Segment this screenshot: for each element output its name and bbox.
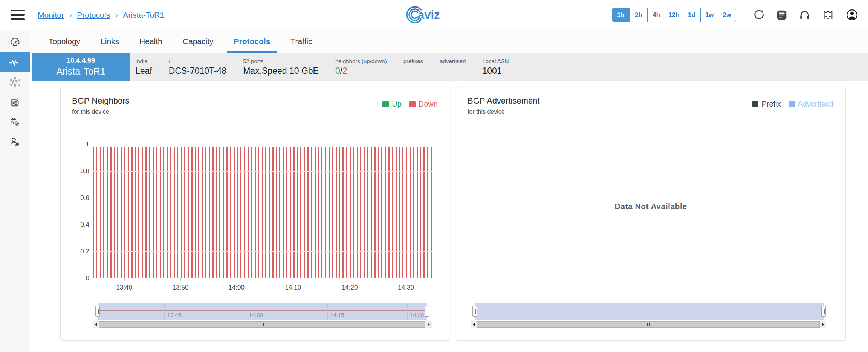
- navigator-handle-right[interactable]: [821, 306, 826, 317]
- legend-item-up[interactable]: Up: [382, 100, 402, 108]
- down-bar: [216, 147, 217, 278]
- legend-item-prefix[interactable]: Prefix: [752, 100, 781, 108]
- time-range-1d[interactable]: 1d: [683, 8, 701, 22]
- sidebar-item-templates[interactable]: [0, 92, 30, 112]
- navigator-gridline: [407, 303, 408, 320]
- down-bar: [293, 147, 295, 278]
- navigator-handle-left[interactable]: [95, 306, 100, 317]
- field-value: DCS-7010T-48: [169, 66, 226, 76]
- document-gear-icon: [9, 96, 21, 109]
- time-range-2h[interactable]: 2h: [630, 8, 648, 22]
- x-tick-mark: [406, 278, 406, 281]
- down-bar: [431, 147, 432, 278]
- time-range-1h[interactable]: 1h: [612, 8, 630, 22]
- sidebar-item-settings[interactable]: [0, 112, 30, 132]
- down-bar: [209, 147, 210, 278]
- down-bar: [364, 147, 365, 278]
- legend-item-advertised[interactable]: Advertised: [789, 100, 834, 108]
- down-bar: [399, 147, 400, 278]
- down-bar: [265, 147, 266, 278]
- navigator-time-label: 14:00: [249, 312, 263, 318]
- tab-traffic[interactable]: Traffic: [280, 30, 322, 53]
- down-bar: [342, 147, 344, 278]
- time-range-4h[interactable]: 4h: [647, 8, 665, 22]
- hamburger-menu-button[interactable]: [11, 10, 25, 20]
- panel-subtitle: for this device: [468, 108, 505, 115]
- down-bar: [300, 147, 301, 278]
- time-range-12h[interactable]: 12h: [665, 8, 683, 22]
- down-bar: [318, 147, 319, 278]
- left-arrow-icon: [95, 323, 97, 326]
- down-bar: [184, 147, 185, 278]
- sidebar-item-admin[interactable]: [0, 132, 30, 152]
- device-tile[interactable]: 10.4.4.99 Arista-ToR1: [32, 53, 130, 81]
- tab-capacity[interactable]: Capacity: [173, 30, 224, 53]
- release-notes-button[interactable]: [775, 9, 788, 21]
- down-bar: [420, 147, 421, 278]
- tab-topology[interactable]: Topology: [38, 30, 90, 53]
- down-bar: [311, 147, 312, 278]
- sidebar-item-dashboard[interactable]: [0, 32, 30, 52]
- scrollbar-thumb[interactable]: [477, 321, 820, 328]
- tab-links[interactable]: Links: [90, 30, 129, 53]
- panel-title: BGP Neighbors: [72, 96, 129, 106]
- gridline: [93, 225, 432, 225]
- down-bar: [212, 147, 214, 278]
- neighbors-down-value: 2: [342, 66, 347, 76]
- down-bar: [153, 147, 154, 278]
- x-tick-mark: [350, 278, 350, 281]
- down-bar: [392, 147, 393, 278]
- time-range-1w[interactable]: 1w: [700, 8, 718, 22]
- scrollbar-left-arrow[interactable]: [93, 321, 99, 328]
- device-info-bar: 10.4.4.99 Arista-ToR1 IndiaLeaf/DCS-7010…: [32, 53, 868, 81]
- topbar: Monitor›Protocols›Arista-ToR1 aviz 1h2h4…: [0, 0, 868, 30]
- breadcrumb-separator: ›: [69, 11, 72, 19]
- time-range-group: 1h2h4h12h1d1w2w: [612, 8, 736, 22]
- down-bar: [290, 147, 291, 278]
- down-bar: [255, 147, 256, 278]
- tab-protocols[interactable]: Protocols: [224, 30, 281, 53]
- down-bar: [163, 147, 164, 278]
- chart-scrollbar[interactable]: [471, 321, 826, 328]
- y-tick-label: 0.4: [80, 221, 89, 229]
- breadcrumb-item-monitor[interactable]: Monitor: [38, 11, 64, 20]
- field-label: Local ASN: [482, 58, 509, 64]
- scrollbar-thumb[interactable]: [99, 321, 425, 328]
- chart-navigator[interactable]: 13:4514:0014:1514:30: [98, 303, 427, 320]
- left-arrow-icon: [473, 323, 475, 326]
- chart-scrollbar[interactable]: [93, 321, 432, 328]
- documentation-button[interactable]: [821, 9, 835, 21]
- down-bar: [262, 147, 263, 278]
- down-bar: [149, 147, 150, 278]
- refresh-button[interactable]: [752, 9, 765, 21]
- down-bar: [237, 147, 238, 278]
- down-bar: [304, 147, 305, 278]
- down-bar: [367, 147, 368, 278]
- down-bar: [142, 147, 143, 278]
- scrollbar-left-arrow[interactable]: [471, 321, 477, 328]
- legend-label: Down: [419, 100, 438, 108]
- x-tick-label: 14:00: [228, 284, 245, 291]
- legend-item-down[interactable]: Down: [409, 100, 438, 108]
- device-field-neighbors: neighbors (up/down)0/2: [335, 58, 387, 76]
- breadcrumb-item-protocols[interactable]: Protocols: [77, 11, 110, 20]
- scrollbar-right-arrow[interactable]: [820, 321, 826, 328]
- tab-health[interactable]: Health: [129, 30, 173, 53]
- down-bar: [332, 147, 333, 278]
- scrollbar-right-arrow[interactable]: [425, 321, 432, 328]
- navigator-handle-right[interactable]: [425, 306, 429, 317]
- support-button[interactable]: [798, 9, 811, 21]
- empty-state-message: Data Not Available: [456, 202, 845, 211]
- support-headset-icon: [798, 9, 811, 21]
- time-range-2w[interactable]: 2w: [718, 8, 736, 22]
- sidebar-item-fabric[interactable]: [0, 72, 30, 92]
- account-button[interactable]: [845, 8, 859, 22]
- legend-swatch: [409, 101, 416, 107]
- field-value: [440, 66, 466, 76]
- navigator-handle-left[interactable]: [472, 306, 477, 317]
- panel-subtitle: for this device: [72, 108, 109, 115]
- chart-navigator[interactable]: [475, 303, 824, 320]
- down-bar: [195, 147, 196, 278]
- sidebar-item-monitor[interactable]: [0, 52, 30, 72]
- down-bar: [371, 147, 372, 278]
